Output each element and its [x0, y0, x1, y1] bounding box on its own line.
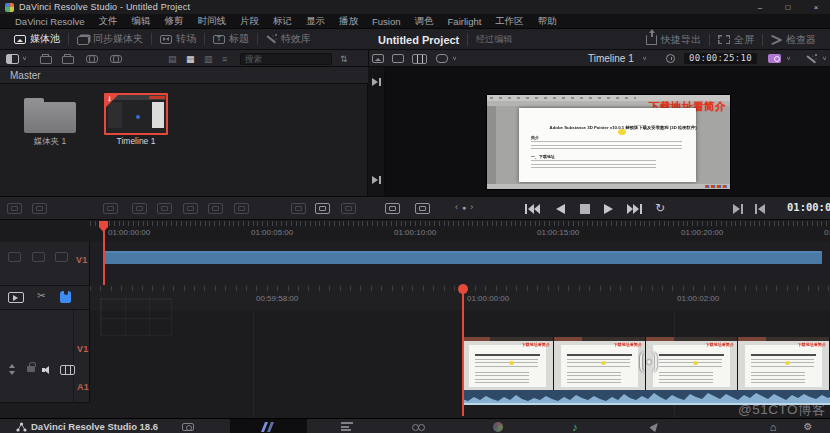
append-clip-icon[interactable]: [32, 203, 47, 214]
menu-davinci-resolve[interactable]: DaVinci Resolve: [8, 16, 92, 27]
menu-help[interactable]: 帮助: [531, 15, 564, 28]
place-on-top-icon[interactable]: [157, 203, 172, 214]
mask-overlay-icon[interactable]: [436, 53, 448, 64]
lower-playhead[interactable]: [462, 285, 464, 416]
viewer-options-icon[interactable]: [806, 53, 817, 64]
go-to-start-icon[interactable]: [525, 204, 540, 214]
track-type-icon[interactable]: [60, 365, 75, 375]
cut-tool-icon[interactable]: [234, 203, 249, 214]
lock-icon[interactable]: [27, 366, 35, 372]
razor-tool-icon[interactable]: ✂: [37, 290, 45, 301]
upper-timeline-ruler[interactable]: 01:00:00:00 01:00:05:00 01:00:10:00 01:0…: [0, 220, 830, 242]
menu-workspace[interactable]: 工作区: [488, 15, 531, 28]
quick-export-button[interactable]: 快捷导出: [638, 33, 709, 47]
video-clip[interactable]: 下载地址看简介: [554, 337, 646, 390]
new-bin-icon[interactable]: [40, 53, 52, 64]
transitions-button[interactable]: 转场: [152, 32, 204, 46]
snapping-icon[interactable]: [60, 291, 71, 303]
video-clip[interactable]: 下载地址看简介: [738, 337, 830, 390]
page-cut[interactable]: [251, 420, 285, 433]
track-enable-icon[interactable]: [8, 252, 21, 262]
titles-button[interactable]: 标题: [205, 32, 257, 46]
media-pool-button[interactable]: 媒体池: [6, 32, 68, 46]
close-button[interactable]: ×: [802, 0, 830, 14]
menu-fusion[interactable]: Fusion: [365, 16, 408, 27]
timeline-item-selected[interactable]: ✓: [104, 93, 168, 135]
play-reverse-icon[interactable]: [556, 204, 565, 214]
settings-gear-icon[interactable]: ⚙: [791, 420, 825, 433]
chevron-down-icon[interactable]: ∨: [822, 54, 827, 63]
play-to-in-icon[interactable]: [733, 204, 743, 214]
list-view-icon[interactable]: ≡: [222, 53, 227, 64]
page-media[interactable]: [171, 420, 205, 433]
effects-library-button[interactable]: 特效库: [258, 32, 319, 46]
lower-playhead-head-icon[interactable]: [458, 284, 468, 294]
chevron-down-icon[interactable]: ∨: [22, 54, 27, 63]
sort-icon[interactable]: ⇅: [340, 53, 348, 64]
selection-tool-icon[interactable]: [8, 292, 24, 303]
record-dot-icon[interactable]: ●: [462, 204, 470, 211]
home-icon[interactable]: ⌂: [756, 420, 790, 433]
video-clip[interactable]: 下载地址看简介: [646, 337, 738, 390]
still-grab-icon[interactable]: [372, 53, 384, 64]
film-strip-icon[interactable]: [412, 53, 427, 64]
new-smart-bin-icon[interactable]: [62, 53, 74, 64]
source-overwrite-icon[interactable]: [183, 203, 198, 214]
unlink-media-icon[interactable]: [110, 53, 122, 64]
link-media-icon[interactable]: [86, 53, 98, 64]
menu-trim[interactable]: 修剪: [158, 15, 191, 28]
page-deliver[interactable]: [638, 420, 672, 433]
play-from-out-icon[interactable]: [755, 204, 765, 214]
page-fairlight[interactable]: ♪: [558, 420, 592, 433]
search-input[interactable]: [240, 53, 332, 65]
menu-fairlight[interactable]: Fairlight: [441, 16, 489, 27]
mixer-icon[interactable]: [415, 203, 430, 214]
fullscreen-button[interactable]: 全屏: [710, 33, 762, 47]
page-color[interactable]: [481, 420, 515, 433]
close-up-icon[interactable]: [132, 203, 147, 214]
ripple-overwrite-icon[interactable]: [103, 203, 118, 214]
cue-left-icon[interactable]: ‹: [455, 202, 462, 212]
menu-playback[interactable]: 播放: [332, 15, 365, 28]
insert-transition-icon[interactable]: [208, 203, 223, 214]
inspector-button[interactable]: 检查器: [763, 33, 824, 47]
go-to-end-icon[interactable]: [627, 204, 642, 214]
loop-icon[interactable]: ↻: [655, 201, 665, 215]
record-controls[interactable]: ‹ ● ›: [455, 202, 477, 212]
menu-timeline[interactable]: 时间线: [191, 15, 234, 28]
menu-mark[interactable]: 标记: [266, 15, 299, 28]
thumbnail-view-icon[interactable]: ▦: [186, 53, 195, 64]
video-clip[interactable]: 下载地址看简介: [462, 337, 554, 390]
page-edit[interactable]: [330, 420, 364, 433]
timeline-view-options-icon[interactable]: [385, 203, 400, 214]
stop-icon[interactable]: [580, 204, 590, 214]
menu-file[interactable]: 文件: [92, 15, 125, 28]
metadata-view-icon[interactable]: ▥: [204, 53, 213, 64]
strip-view-icon[interactable]: ▤: [168, 53, 177, 64]
page-fusion[interactable]: [401, 420, 435, 433]
keyframe-panel-icon[interactable]: [341, 203, 356, 214]
tools-panel-icon[interactable]: [291, 203, 306, 214]
maximize-button[interactable]: □: [774, 0, 802, 14]
chevron-down-icon[interactable]: ∨: [642, 54, 647, 63]
menu-color[interactable]: 调色: [408, 15, 441, 28]
chevron-down-icon[interactable]: ∨: [786, 54, 791, 63]
play-icon[interactable]: [604, 204, 613, 214]
multicam-icon[interactable]: [768, 53, 781, 64]
sync-bin-button[interactable]: 同步媒体夹: [69, 32, 151, 46]
minimize-button[interactable]: –: [746, 0, 774, 14]
menu-edit[interactable]: 编辑: [125, 15, 158, 28]
menu-view[interactable]: 显示: [299, 15, 332, 28]
chevron-down-icon[interactable]: ∨: [452, 54, 457, 63]
panel-toggle-icon[interactable]: [6, 53, 19, 64]
safe-area-icon[interactable]: [392, 53, 404, 64]
track-link-icon[interactable]: [32, 252, 45, 262]
menu-clip[interactable]: 片段: [233, 15, 266, 28]
track-flag-icon[interactable]: [55, 252, 68, 262]
camera-still-icon[interactable]: [315, 203, 330, 214]
media-bin-item[interactable]: [24, 96, 76, 133]
speaker-icon[interactable]: [42, 365, 55, 375]
jump-marker-icon[interactable]: [372, 78, 382, 86]
track-height-icon[interactable]: [8, 364, 17, 375]
timeline-overview-clip[interactable]: [103, 251, 822, 264]
